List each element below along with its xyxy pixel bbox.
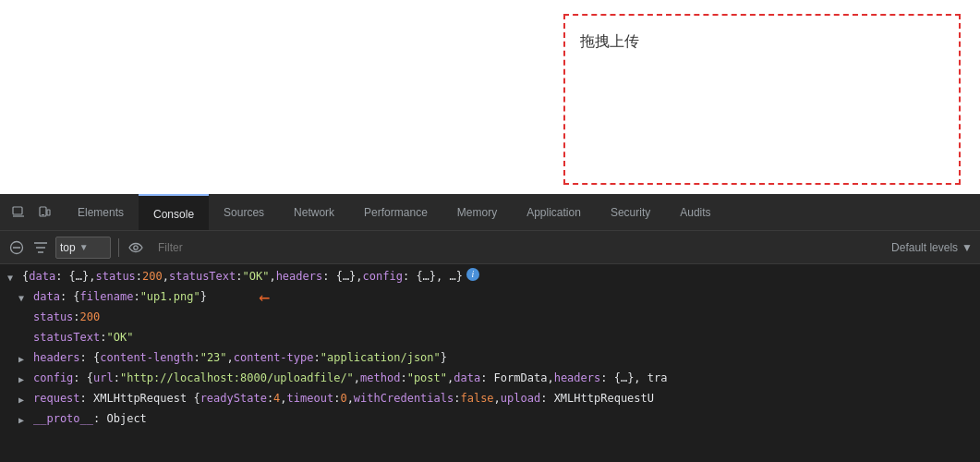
context-selector[interactable]: top ▼ <box>55 237 111 259</box>
device-icon[interactable] <box>33 201 55 224</box>
tab-network[interactable]: Network <box>279 194 349 230</box>
filter-toggle-button[interactable] <box>31 238 50 257</box>
inspect-icon[interactable] <box>7 201 30 224</box>
filter-input[interactable] <box>151 239 886 256</box>
page-area: 拖拽上传 <box>0 0 980 194</box>
svg-point-10 <box>134 245 138 249</box>
console-output: {data: {…}, status: 200, statusText: "OK… <box>0 264 980 462</box>
svg-rect-3 <box>47 210 50 215</box>
drop-zone-text: 拖拽上传 <box>580 32 639 52</box>
tab-sources[interactable]: Sources <box>209 194 279 230</box>
tab-elements[interactable]: Elements <box>63 194 139 230</box>
console-line-root[interactable]: {data: {…}, status: 200, statusText: "OK… <box>0 266 980 286</box>
toolbar-divider-1 <box>118 238 119 257</box>
eye-icon[interactable] <box>127 238 145 257</box>
console-line-proto[interactable]: __proto__: Object <box>0 408 980 429</box>
arrow-annotation: ← <box>259 288 270 305</box>
default-levels-dropdown[interactable]: Default levels ▼ <box>891 241 973 254</box>
clear-console-button[interactable] <box>7 238 26 257</box>
tab-application[interactable]: Application <box>512 194 596 230</box>
tab-audits[interactable]: Audits <box>665 194 725 230</box>
tab-memory[interactable]: Memory <box>442 194 512 230</box>
drop-zone[interactable]: 拖拽上传 <box>563 14 961 185</box>
console-text-1: { <box>22 268 29 285</box>
tab-security[interactable]: Security <box>596 194 665 230</box>
console-line-config[interactable]: config: {url: "http://localhost:8000/upl… <box>0 368 980 388</box>
devtools-tab-bar: Elements Console Sources Network Perform… <box>0 194 980 231</box>
devtools-tab-icons <box>0 194 63 230</box>
console-line-statustext: statusText: "OK" <box>0 327 980 347</box>
tab-console[interactable]: Console <box>139 194 209 230</box>
devtools-panel: Elements Console Sources Network Perform… <box>0 194 980 462</box>
info-icon: i <box>466 268 479 281</box>
console-line-status: status: 200 <box>0 307 980 327</box>
context-chevron: ▼ <box>79 242 89 252</box>
console-line-request[interactable]: request: XMLHttpRequest {readyState: 4, … <box>0 388 980 408</box>
tab-performance[interactable]: Performance <box>349 194 442 230</box>
devtools-toolbar: top ▼ Default levels ▼ <box>0 231 980 264</box>
console-line-headers[interactable]: headers: {content-length: "23", content-… <box>0 347 980 368</box>
svg-rect-0 <box>13 207 22 214</box>
console-line-data[interactable]: data: {filename: "up1.png"} ← <box>0 286 980 307</box>
